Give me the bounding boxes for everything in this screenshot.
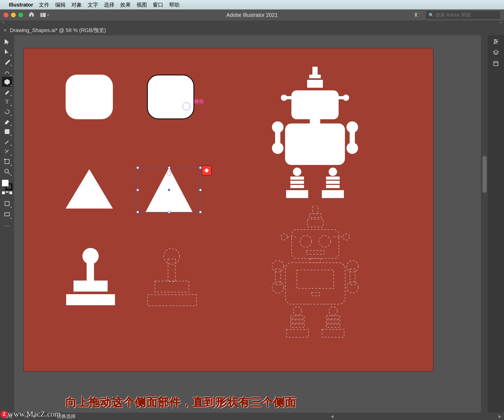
svg-rect-22: [310, 119, 320, 123]
expand-control-right-icon[interactable]: ‹‹: [500, 20, 502, 24]
right-collapsed-panels: [488, 35, 504, 413]
control-strip: ›› ‹‹: [0, 20, 504, 25]
svg-rect-3: [415, 13, 417, 17]
maximize-window-button[interactable]: [18, 13, 23, 17]
svg-point-34: [350, 146, 354, 150]
svg-rect-21: [306, 111, 324, 115]
artboard[interactable]: 路径: [24, 48, 433, 371]
joystick-outline[interactable]: [144, 248, 200, 306]
polygon-side-widget[interactable]: [202, 165, 212, 175]
gradient-tool[interactable]: [2, 127, 12, 137]
rounded-rect-stroked[interactable]: [147, 75, 194, 119]
svg-rect-71: [291, 320, 304, 323]
fill-swatch[interactable]: [2, 180, 9, 186]
svg-rect-70: [291, 316, 304, 319]
search-icon: 🔍: [429, 13, 434, 18]
menu-view[interactable]: 视图: [136, 1, 147, 8]
joystick-shape[interactable]: [63, 248, 118, 306]
resize-handle[interactable]: [199, 189, 202, 191]
polygon-tool[interactable]: [2, 77, 12, 87]
robot-shape[interactable]: [260, 67, 370, 203]
svg-point-38: [331, 170, 334, 173]
app-title: Adobe Illustrator 2021: [226, 12, 278, 18]
canvas[interactable]: 路径: [14, 35, 481, 413]
menu-type[interactable]: 文字: [88, 1, 98, 8]
help-search-input[interactable]: [435, 12, 497, 18]
menu-file[interactable]: 文件: [39, 1, 49, 8]
libraries-icon[interactable]: [492, 60, 500, 67]
corner-widget[interactable]: [167, 171, 171, 175]
menu-window[interactable]: 窗口: [153, 1, 163, 8]
edit-toolbar-icon[interactable]: ⋯: [2, 221, 12, 231]
selection-tool[interactable]: [2, 37, 12, 47]
document-tabbar: × Drawing_Shapes.ai* @ 58 % (RGB/预览): [0, 25, 504, 35]
triangle-white[interactable]: [66, 169, 113, 209]
svg-rect-43: [326, 181, 340, 184]
app-menu[interactable]: Illustrator: [9, 2, 33, 8]
arrange-documents-icon[interactable]: [413, 12, 423, 19]
svg-point-68: [293, 307, 302, 315]
rounded-rect-white[interactable]: [66, 75, 113, 119]
scrollbar-thumb[interactable]: [482, 156, 487, 193]
curvature-tool[interactable]: [2, 67, 12, 77]
rotate-tool[interactable]: [2, 107, 12, 117]
none-mode-swatch[interactable]: [9, 191, 12, 194]
workspace-switcher[interactable]: ▾: [40, 13, 49, 17]
watermark-badge: Z: [1, 411, 8, 418]
menu-help[interactable]: 帮助: [169, 1, 180, 8]
svg-rect-42: [326, 177, 340, 180]
resize-handle[interactable]: [199, 211, 202, 213]
vertical-scrollbar[interactable]: [481, 35, 488, 413]
menu-edit[interactable]: 编辑: [55, 1, 66, 8]
svg-point-67: [347, 282, 358, 293]
svg-point-56: [319, 236, 330, 247]
svg-point-55: [300, 236, 312, 247]
color-mode-swatch[interactable]: [2, 191, 5, 194]
help-search[interactable]: 🔍: [426, 11, 500, 19]
direct-selection-tool[interactable]: [2, 47, 12, 57]
status-bar: 58% ▾ |◀ ◀ ▶ ▶| 切换选择 ◀ ▶: [0, 413, 504, 420]
gradient-mode-swatch[interactable]: [6, 191, 9, 194]
artboard-tool[interactable]: [2, 157, 12, 167]
paintbrush-tool[interactable]: [2, 87, 12, 97]
hscroll-left-icon[interactable]: ◀: [331, 414, 334, 418]
home-icon[interactable]: [28, 11, 35, 19]
close-window-button[interactable]: [4, 13, 8, 17]
svg-rect-5: [5, 213, 9, 216]
menu-effect[interactable]: 效果: [120, 1, 131, 8]
resize-handle[interactable]: [136, 167, 139, 169]
properties-icon[interactable]: [492, 38, 500, 45]
minimize-window-button[interactable]: [11, 13, 16, 17]
close-tab-icon[interactable]: ×: [4, 27, 7, 33]
document-tab[interactable]: Drawing_Shapes.ai* @ 58 % (RGB/预览): [10, 27, 106, 34]
svg-point-6: [164, 248, 180, 264]
selected-polygon[interactable]: [138, 168, 201, 212]
svg-rect-54: [292, 230, 339, 258]
svg-point-36: [296, 170, 299, 173]
resize-handle[interactable]: [136, 211, 139, 213]
pen-tool[interactable]: [2, 57, 12, 67]
resize-handle[interactable]: [168, 211, 170, 213]
resize-handle[interactable]: [199, 167, 202, 169]
menu-select[interactable]: 选择: [104, 1, 114, 8]
robot-outline[interactable]: [259, 206, 372, 343]
eraser-tool[interactable]: [2, 117, 12, 127]
fill-stroke-swatch[interactable]: ⋯: [2, 180, 12, 231]
layers-icon[interactable]: [492, 49, 500, 56]
resize-handle[interactable]: [136, 189, 139, 191]
svg-rect-24: [311, 153, 319, 157]
screen-mode-icon[interactable]: [2, 210, 12, 220]
svg-rect-72: [291, 324, 304, 327]
expand-control-left-icon[interactable]: ››: [2, 20, 4, 24]
type-tool[interactable]: T: [2, 97, 12, 107]
eyedropper-tool[interactable]: [2, 137, 12, 147]
zoom-tool[interactable]: [2, 167, 12, 177]
menu-object[interactable]: 对象: [71, 1, 82, 8]
symbol-sprayer-tool[interactable]: [2, 147, 12, 157]
svg-rect-47: [313, 206, 318, 214]
hscroll-right-icon[interactable]: ▶: [498, 414, 501, 418]
draw-mode-icon[interactable]: [2, 199, 12, 209]
svg-point-18: [303, 100, 308, 105]
resize-handle[interactable]: [168, 167, 170, 169]
watermark-text: www.MacZ.com: [8, 409, 61, 418]
